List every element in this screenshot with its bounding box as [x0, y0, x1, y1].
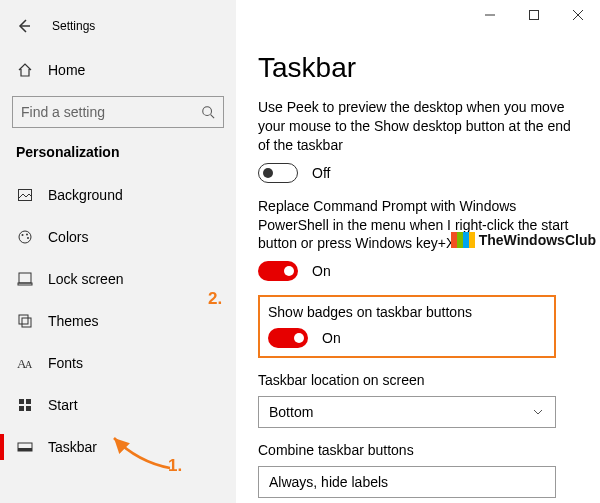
- svg-rect-15: [26, 406, 31, 411]
- setting-peek: Use Peek to preview the desktop when you…: [258, 98, 580, 183]
- nav-label: Colors: [48, 229, 88, 245]
- nav-label: Fonts: [48, 355, 83, 371]
- sidebar-item-colors[interactable]: Colors: [0, 216, 236, 258]
- nav-label: Start: [48, 397, 78, 413]
- highlighted-setting: Show badges on taskbar buttons On: [258, 295, 556, 358]
- sidebar-item-background[interactable]: Background: [0, 174, 236, 216]
- sidebar-item-home[interactable]: Home: [0, 50, 236, 90]
- fonts-icon: AA: [16, 356, 34, 370]
- sidebar-item-start[interactable]: Start: [0, 384, 236, 426]
- nav-label: Taskbar: [48, 439, 97, 455]
- svg-rect-7: [18, 283, 32, 285]
- svg-point-3: [22, 234, 24, 236]
- main-content: Taskbar Use Peek to preview the desktop …: [236, 0, 600, 503]
- sidebar-item-fonts[interactable]: AA Fonts: [0, 342, 236, 384]
- close-icon: [573, 10, 583, 20]
- toggle-badges[interactable]: [268, 328, 308, 348]
- svg-rect-17: [18, 448, 32, 451]
- annotation-two: 2.: [208, 289, 222, 309]
- select-taskbar-location[interactable]: Bottom: [258, 396, 556, 428]
- watermark-text: TheWindowsClub: [479, 232, 596, 248]
- svg-rect-13: [26, 399, 31, 404]
- svg-rect-12: [19, 399, 24, 404]
- svg-rect-18: [530, 11, 539, 20]
- sidebar-item-taskbar[interactable]: Taskbar: [0, 426, 236, 468]
- taskbar-icon: [16, 439, 34, 455]
- toggle-powershell[interactable]: [258, 261, 298, 281]
- svg-rect-14: [19, 406, 24, 411]
- sidebar-item-lockscreen[interactable]: Lock screen: [0, 258, 236, 300]
- page-title: Taskbar: [258, 52, 580, 84]
- setting-desc: Use Peek to preview the desktop when you…: [258, 98, 580, 155]
- minimize-button[interactable]: [468, 0, 512, 30]
- toggle-state: Off: [312, 165, 330, 181]
- setting-combine: Combine taskbar buttons Always, hide lab…: [258, 442, 580, 498]
- search-field[interactable]: [21, 104, 199, 120]
- back-button[interactable]: [10, 12, 38, 40]
- category-heading: Personalization: [0, 138, 236, 174]
- close-button[interactable]: [556, 0, 600, 30]
- toggle-state: On: [312, 263, 331, 279]
- picture-icon: [16, 187, 34, 203]
- chevron-down-icon: [531, 406, 545, 418]
- lock-screen-icon: [16, 271, 34, 287]
- sidebar-item-themes[interactable]: Themes: [0, 300, 236, 342]
- watermark: TheWindowsClub: [451, 232, 596, 248]
- windows-flag-icon: [451, 232, 475, 248]
- search-input[interactable]: [12, 96, 224, 128]
- setting-location: Taskbar location on screen Bottom: [258, 372, 580, 428]
- svg-point-4: [26, 234, 28, 236]
- svg-text:A: A: [25, 359, 33, 370]
- home-label: Home: [48, 62, 85, 78]
- setting-desc: Show badges on taskbar buttons: [268, 303, 546, 322]
- app-title: Settings: [52, 19, 95, 33]
- home-icon: [16, 62, 34, 78]
- nav-label: Themes: [48, 313, 99, 329]
- maximize-icon: [529, 10, 539, 20]
- minimize-icon: [485, 10, 495, 20]
- toggle-state: On: [322, 330, 341, 346]
- maximize-button[interactable]: [512, 0, 556, 30]
- toggle-peek[interactable]: [258, 163, 298, 183]
- nav-label: Background: [48, 187, 123, 203]
- select-label: Combine taskbar buttons: [258, 442, 580, 458]
- themes-icon: [16, 313, 34, 329]
- select-value: Bottom: [269, 404, 313, 420]
- svg-point-5: [27, 237, 29, 239]
- palette-icon: [16, 229, 34, 245]
- svg-point-2: [19, 231, 31, 243]
- annotation-one: 1.: [168, 456, 182, 476]
- sidebar: Settings Home Personalization Background…: [0, 0, 236, 503]
- search-icon: [199, 105, 215, 119]
- select-label: Taskbar location on screen: [258, 372, 580, 388]
- arrow-left-icon: [16, 18, 32, 34]
- select-value: Always, hide labels: [269, 474, 388, 490]
- svg-rect-8: [19, 315, 28, 324]
- svg-point-0: [203, 107, 212, 116]
- select-combine-buttons[interactable]: Always, hide labels: [258, 466, 556, 498]
- svg-rect-9: [22, 318, 31, 327]
- svg-rect-6: [19, 273, 31, 283]
- nav-label: Lock screen: [48, 271, 123, 287]
- start-icon: [16, 397, 34, 413]
